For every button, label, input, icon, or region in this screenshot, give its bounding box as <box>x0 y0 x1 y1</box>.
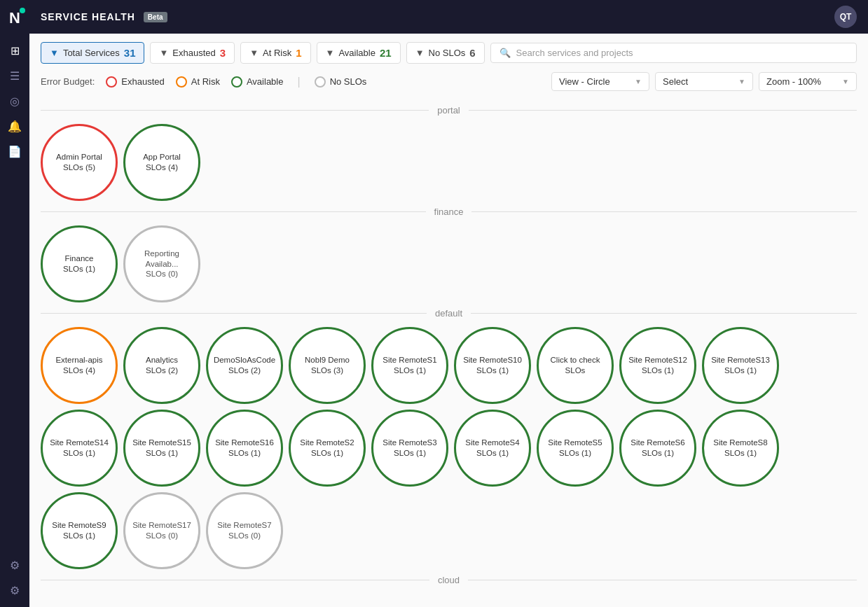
view-dropdown-label: View - Circle <box>559 76 610 87</box>
app-header: SERVICE HEALTH Beta QT <box>29 0 868 34</box>
search-icon: 🔍 <box>500 48 511 58</box>
list-item[interactable]: App PortalSLOs (4) <box>123 124 200 201</box>
section-divider-default: default <box>41 308 857 319</box>
user-avatar[interactable]: QT <box>834 6 857 28</box>
filter-total-count: 31 <box>124 47 136 59</box>
legend-circle-exhausted <box>106 76 117 88</box>
filter-available[interactable]: ▼ Available 21 <box>317 42 401 64</box>
sidebar-icon-circle[interactable]: ◎ <box>4 90 26 112</box>
list-item[interactable]: AnalyticsSLOs (2) <box>123 327 200 404</box>
list-item[interactable]: Admin PortalSLOs (5) <box>41 124 118 201</box>
legend-label: Error Budget: <box>41 76 95 87</box>
filter-no-slos[interactable]: ▼ No SLOs 6 <box>406 42 485 64</box>
select-dropdown[interactable]: Select ▼ <box>655 72 753 91</box>
sidebar-icon-gear[interactable]: ⚙ <box>4 554 26 576</box>
filter-bar: ▼ Total Services 31 ▼ Exhausted 3 ▼ At R… <box>41 42 857 64</box>
legend-circle-at-risk <box>176 76 187 88</box>
list-item[interactable]: Click to checkSLOs <box>537 327 614 404</box>
list-item[interactable]: Site RemoteS3SLOs (1) <box>371 410 448 487</box>
list-item[interactable]: Site RemoteS1SLOs (1) <box>371 327 448 404</box>
legend-divider: | <box>297 76 300 88</box>
legend-exhausted: Exhausted <box>106 76 164 88</box>
main-area: SERVICE HEALTH Beta QT ▼ Total Services … <box>29 0 868 607</box>
view-dropdown[interactable]: View - Circle ▼ <box>551 72 649 91</box>
list-item[interactable]: ReportingAvailab...SLOs (0) <box>123 225 200 302</box>
list-item[interactable]: Site RemoteS7SLOs (0) <box>206 492 283 569</box>
list-item[interactable]: Site RemoteS2SLOs (1) <box>289 410 366 487</box>
sidebar-icon-bell[interactable]: 🔔 <box>4 115 26 137</box>
zoom-dropdown-label: Zoom - 100% <box>766 76 821 87</box>
finance-circles-row: FinanceSLOs (1) ReportingAvailab...SLOs … <box>41 225 857 302</box>
legend-exhausted-text: Exhausted <box>121 76 164 87</box>
legend-at-risk: At Risk <box>176 76 220 88</box>
list-item[interactable]: Site RemoteS16SLOs (1) <box>206 410 283 487</box>
list-item[interactable]: Site RemoteS17SLOs (0) <box>123 492 200 569</box>
section-divider-cloud: cloud <box>41 575 857 585</box>
default-circles-row-2: Site RemoteS14SLOs (1) Site RemoteS15SLO… <box>41 410 857 487</box>
sidebar-icon-list[interactable]: ☰ <box>4 64 26 87</box>
filter-at-risk[interactable]: ▼ At Risk 1 <box>240 42 310 64</box>
filter-no-slos-count: 6 <box>469 47 475 59</box>
default-circles-row-1: External-apisSLOs (4) AnalyticsSLOs (2) … <box>41 327 857 404</box>
filter-exhausted-icon: ▼ <box>159 48 168 58</box>
legend-available: Available <box>231 76 284 88</box>
sidebar-icon-settings[interactable]: ⚙ <box>4 579 26 601</box>
list-item[interactable]: Site RemoteS10SLOs (1) <box>454 327 531 404</box>
filter-at-risk-icon: ▼ <box>249 48 259 58</box>
logo-dot <box>20 8 25 13</box>
filter-available-label: Available <box>338 48 376 58</box>
list-item[interactable]: Site RemoteS15SLOs (1) <box>123 410 200 487</box>
filter-total-services[interactable]: ▼ Total Services 31 <box>41 42 144 64</box>
beta-badge: Beta <box>144 12 167 22</box>
list-item[interactable]: Site RemoteS13SLOs (1) <box>702 327 779 404</box>
services-area: portal Admin PortalSLOs (5) App PortalSL… <box>41 99 857 599</box>
list-item[interactable]: FinanceSLOs (1) <box>41 225 118 302</box>
section-label-portal: portal <box>437 105 460 116</box>
view-controls: View - Circle ▼ Select ▼ Zoom - 100% ▼ <box>551 72 857 91</box>
section-label-finance: finance <box>434 207 464 217</box>
view-dropdown-arrow: ▼ <box>635 78 642 85</box>
list-item[interactable]: External-apisSLOs (4) <box>41 327 118 404</box>
legend-bar: Error Budget: Exhausted At Risk Availabl… <box>41 72 857 91</box>
zoom-dropdown-arrow: ▼ <box>842 78 849 85</box>
list-item[interactable]: DemoSloAsCodeSLOs (2) <box>206 327 283 404</box>
section-divider-portal: portal <box>41 105 857 116</box>
legend-at-risk-text: At Risk <box>191 76 220 87</box>
filter-no-slos-label: No SLOs <box>429 48 466 58</box>
search-box[interactable]: 🔍 Search services and projects <box>490 43 857 63</box>
logo[interactable]: N <box>2 6 27 31</box>
zoom-dropdown[interactable]: Zoom - 100% ▼ <box>759 72 857 91</box>
select-dropdown-label: Select <box>663 76 688 87</box>
legend-circle-no-slos <box>315 76 326 88</box>
filter-exhausted[interactable]: ▼ Exhausted 3 <box>150 42 235 64</box>
list-item[interactable]: Nobl9 DemoSLOs (3) <box>289 327 366 404</box>
section-label-default: default <box>435 308 462 319</box>
page-content: ▼ Total Services 31 ▼ Exhausted 3 ▼ At R… <box>29 34 868 607</box>
portal-circles-row: Admin PortalSLOs (5) App PortalSLOs (4) <box>41 124 857 201</box>
legend-circle-available <box>231 76 242 88</box>
list-item[interactable]: Site RemoteS4SLOs (1) <box>454 410 531 487</box>
filter-total-label: Total Services <box>63 48 120 58</box>
sidebar-icon-home[interactable]: ⊞ <box>4 39 26 62</box>
list-item[interactable]: Site RemoteS12SLOs (1) <box>619 327 696 404</box>
list-item[interactable]: Site RemoteS8SLOs (1) <box>702 410 779 487</box>
filter-at-risk-label: At Risk <box>263 48 291 58</box>
search-placeholder: Search services and projects <box>516 48 633 58</box>
list-item[interactable]: Site RemoteS6SLOs (1) <box>619 410 696 487</box>
filter-no-slos-icon: ▼ <box>415 48 425 58</box>
legend-no-slos-text: No SLOs <box>330 76 367 87</box>
section-divider-finance: finance <box>41 207 857 217</box>
list-item[interactable]: Site RemoteS9SLOs (1) <box>41 492 118 569</box>
filter-icon: ▼ <box>50 48 59 58</box>
filter-exhausted-label: Exhausted <box>172 48 215 58</box>
list-item[interactable]: Site RemoteS5SLOs (1) <box>537 410 614 487</box>
filter-at-risk-count: 1 <box>296 47 301 59</box>
sidebar-icon-doc[interactable]: 📄 <box>4 140 26 162</box>
filter-available-icon: ▼ <box>326 48 335 58</box>
section-label-cloud: cloud <box>438 575 460 585</box>
list-item[interactable]: Site RemoteS14SLOs (1) <box>41 410 118 487</box>
select-dropdown-arrow: ▼ <box>738 78 745 85</box>
default-circles-row-3: Site RemoteS9SLOs (1) Site RemoteS17SLOs… <box>41 492 857 569</box>
filter-exhausted-count: 3 <box>220 47 226 59</box>
legend-available-text: Available <box>247 76 284 87</box>
